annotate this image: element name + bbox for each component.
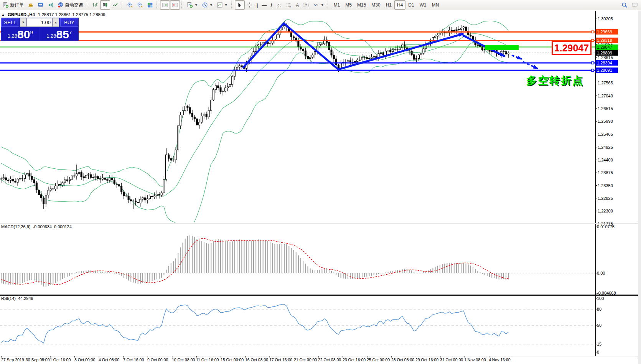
auto-scroll-icon — [162, 2, 168, 8]
candles — [0, 21, 509, 209]
timeframe-h4-button[interactable]: H4 — [394, 0, 405, 10]
timeframe-d1-button[interactable]: D1 — [405, 0, 417, 10]
buy-price-display[interactable]: 1.28 85 7 — [40, 27, 79, 41]
rsi-tick-label: 0 — [597, 350, 599, 354]
autotrading-button[interactable]: 自动交易 — [56, 0, 85, 10]
chart-shift-button[interactable] — [170, 0, 180, 10]
cursor-icon — [237, 2, 243, 8]
text-label-icon: T — [303, 2, 309, 8]
collapse-panel-icon[interactable]: ▲ — [2, 13, 5, 16]
timeframe-mn-button[interactable]: MN — [429, 0, 442, 10]
price-tick-label: 1.24400 — [598, 158, 613, 162]
price-level-badge: 1.28809 — [596, 50, 618, 56]
ohlc-readout: 1.28817 1.28861 1.28775 1.28809 — [38, 12, 105, 17]
indicators-button[interactable]: ▼ — [185, 0, 200, 10]
chevron-down-icon: ▼ — [321, 3, 324, 7]
tile-windows-button[interactable] — [145, 0, 155, 10]
mt4-window: 新订单 自动交易 — [0, 0, 641, 364]
buy-price-big: 85 — [56, 29, 69, 40]
sell-price-display[interactable]: 1.28 80 9 — [1, 27, 40, 41]
trendline-tool-button[interactable]: / — [269, 0, 274, 10]
svg-text:E: E — [280, 5, 281, 8]
macd-pane-separator[interactable] — [0, 223, 638, 224]
price-level-badge: 1.28394 — [596, 60, 618, 66]
chart-canvas[interactable] — [0, 0, 641, 364]
toolbar-separator — [157, 2, 158, 8]
date-tick-label: 23 Oct 16:00 — [343, 357, 366, 362]
turning-point-annotation[interactable]: 多空转折点 — [526, 74, 584, 87]
zoom-out-button[interactable] — [135, 0, 145, 10]
sell-button[interactable]: SELL — [1, 18, 19, 27]
timeframe-m1-button[interactable]: M1 — [331, 0, 343, 10]
price-tick-label: 1.23875 — [598, 170, 613, 175]
arrows-tool-button[interactable]: ▼ — [311, 0, 326, 10]
svg-text:T: T — [305, 3, 307, 7]
price-level-badge: 1.29047 — [596, 44, 618, 50]
templates-button[interactable]: ▼ — [215, 0, 230, 10]
sell-price-head: 1.28 — [8, 33, 17, 39]
signals-button[interactable] — [46, 0, 56, 10]
zoom-in-icon — [127, 2, 133, 8]
price-tick-label: 1.22300 — [598, 209, 613, 213]
chart-header: ▲ GBPUSD-,H4 1.28817 1.28861 1.28775 1.2… — [2, 12, 105, 17]
horizontal-line-tool-button[interactable]: — — [260, 0, 269, 10]
projection-arrow[interactable] — [512, 55, 522, 59]
fibonacci-icon: F — [286, 2, 292, 8]
rsi-value: 44.2949 — [18, 296, 33, 301]
timeframe-m5-button[interactable]: M5 — [343, 0, 354, 10]
text-tool-button[interactable]: A — [294, 0, 301, 10]
rsi-label: RSI(14) 44.2949 — [1, 296, 33, 301]
bar-chart-button[interactable] — [90, 0, 100, 10]
chat-button[interactable] — [629, 0, 640, 10]
toolbar-separator — [231, 2, 233, 8]
price-tick-label: 1.27040 — [598, 94, 613, 98]
virtual-hosting-button[interactable] — [36, 0, 46, 10]
timeframe-group: M1M5M15M30H1H4D1W1MN — [331, 0, 442, 10]
crosshair-tool-button[interactable] — [245, 0, 255, 10]
cursor-tool-button[interactable] — [235, 0, 245, 10]
macd-tick-label: 0.00 — [597, 271, 605, 275]
date-tick-label: 29 Oct 16:00 — [415, 357, 438, 362]
timeframe-h1-button[interactable]: H1 — [383, 0, 394, 10]
price-tick-label: 1.24925 — [598, 145, 613, 150]
price-tick-label: 1.27565 — [598, 81, 613, 85]
vertical-line-tool-button[interactable]: | — [255, 0, 260, 10]
auto-scroll-button[interactable] — [160, 0, 170, 10]
indicators-icon — [187, 2, 193, 8]
timeframe-m30-button[interactable]: M30 — [369, 0, 383, 10]
volume-input[interactable] — [26, 18, 53, 27]
market-button[interactable] — [26, 0, 36, 10]
rsi-indicator — [0, 304, 595, 344]
candlestick-chart-button[interactable] — [100, 0, 110, 10]
fibonacci-tool-button[interactable]: F — [284, 0, 294, 10]
volume-increase-button[interactable]: ▲ — [53, 18, 59, 27]
rsi-tick-label: 100 — [597, 296, 604, 301]
new-order-button[interactable]: 新订单 — [1, 0, 26, 10]
timeframe-m15-button[interactable]: M15 — [354, 0, 369, 10]
date-tick-label: 4 Nov 16:00 — [489, 357, 511, 362]
channel-tool-button[interactable]: E — [274, 0, 284, 10]
date-tick-label: 3 Oct 00:00 — [74, 357, 95, 362]
zoom-in-button[interactable] — [125, 0, 135, 10]
price-tick-label: 1.25465 — [598, 132, 613, 137]
highlight-zone[interactable] — [485, 45, 519, 50]
date-tick-label: 21 Oct 00:00 — [294, 357, 317, 362]
periods-button[interactable]: ▼ — [200, 0, 215, 10]
buy-button[interactable]: BUY — [60, 18, 78, 27]
chart-top-border — [0, 11, 638, 11]
search-icon — [621, 2, 628, 8]
chevron-down-icon: ▼ — [209, 3, 213, 7]
date-tick-label: 4 Oct 08:00 — [99, 357, 119, 362]
rsi-pane-separator[interactable] — [0, 295, 638, 296]
price-tick-label: 1.23350 — [598, 183, 613, 188]
search-button[interactable] — [620, 0, 629, 10]
macd-signal-value: 0.000124 — [54, 224, 72, 229]
timeframe-w1-button[interactable]: W1 — [417, 0, 429, 10]
market-icon — [28, 2, 34, 8]
volume-decrease-button[interactable]: ▼ — [20, 18, 26, 27]
label-tool-button[interactable]: T — [301, 0, 311, 10]
line-chart-button[interactable] — [110, 0, 120, 10]
price-level-callout[interactable]: 1.29047 — [552, 41, 592, 55]
virtual-hosting-icon — [38, 2, 44, 8]
bar-chart-icon — [92, 2, 98, 8]
